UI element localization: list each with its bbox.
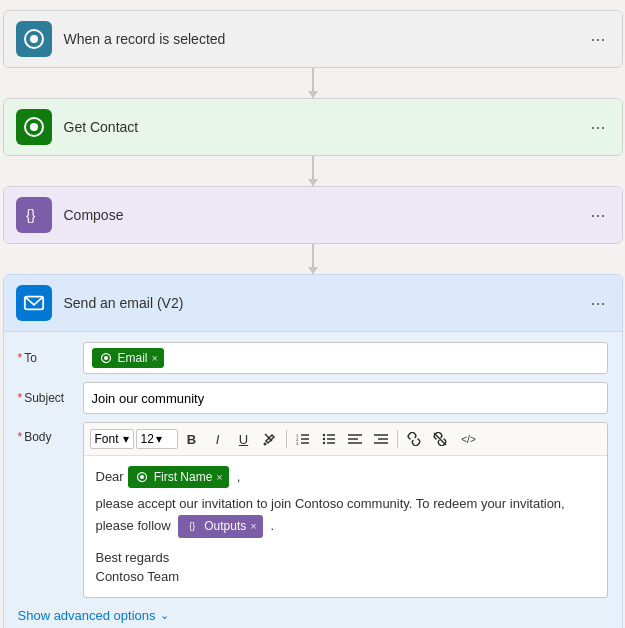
ordered-list-button[interactable]: 1.2.3. — [291, 427, 315, 451]
outputs-token-label: Outputs — [204, 517, 246, 536]
size-select[interactable]: 12 ▾ — [136, 429, 178, 449]
compose-icon: {} — [16, 197, 52, 233]
step-getcontact: Get Contact ··· — [3, 98, 623, 156]
show-advanced-label: Show advanced options — [18, 608, 156, 623]
svg-point-19 — [322, 438, 324, 440]
toolbar-divider-2 — [397, 430, 398, 448]
compose-more-button[interactable]: ··· — [586, 201, 609, 230]
html-button[interactable]: </> — [454, 427, 484, 451]
getcontact-more-button[interactable]: ··· — [586, 113, 609, 142]
align-right-button[interactable] — [369, 427, 393, 451]
italic-button[interactable]: I — [206, 427, 230, 451]
subject-value: Join our community — [92, 391, 205, 406]
svg-point-1 — [30, 35, 38, 43]
firstname-token: First Name × — [128, 466, 229, 488]
body-toolbar: Font ▾ 12 ▾ B I U — [84, 423, 607, 456]
step-sendemail: Send an email (V2) ··· *To Email × — [3, 274, 623, 628]
step-getcontact-header: Get Contact ··· — [4, 99, 622, 155]
firstname-token-icon — [134, 469, 150, 485]
font-label: Font — [95, 432, 119, 446]
svg-point-20 — [322, 442, 324, 444]
body-editor[interactable]: Font ▾ 12 ▾ B I U — [83, 422, 608, 598]
svg-point-3 — [30, 123, 38, 131]
toolbar-divider-1 — [286, 430, 287, 448]
outputs-token-remove[interactable]: × — [250, 518, 256, 536]
body-salutation-line: Dear First Name × , — [96, 466, 595, 488]
bold-button[interactable]: B — [180, 427, 204, 451]
step-compose-header: {} Compose ··· — [4, 187, 622, 243]
email-token-label: Email — [118, 351, 148, 365]
body-label: *Body — [18, 422, 83, 444]
body-field-row: *Body Font ▾ 12 ▾ B I — [18, 422, 608, 598]
svg-point-7 — [104, 356, 108, 360]
subject-required: * — [18, 391, 23, 405]
body-team: Contoso Team — [96, 567, 595, 587]
chevron-down-icon: ⌄ — [160, 609, 169, 622]
connector-2 — [312, 156, 314, 186]
svg-point-8 — [263, 443, 266, 446]
subject-input[interactable]: Join our community — [83, 382, 608, 414]
svg-point-29 — [140, 475, 144, 479]
body-comma: , — [237, 467, 241, 487]
trigger-title: When a record is selected — [64, 31, 587, 47]
flow-container: When a record is selected ··· Get Contac… — [3, 10, 623, 628]
unordered-list-button[interactable] — [317, 427, 341, 451]
sendemail-body: *To Email × *Subject — [4, 331, 622, 628]
outputs-token-icon: {} — [184, 518, 200, 534]
sendemail-more-button[interactable]: ··· — [586, 289, 609, 318]
body-required: * — [18, 430, 23, 444]
size-value: 12 — [141, 432, 154, 446]
subject-field-row: *Subject Join our community — [18, 382, 608, 414]
to-label: *To — [18, 351, 83, 365]
step-trigger-header: When a record is selected ··· — [4, 11, 622, 67]
body-text-line: please accept our invitation to join Con… — [96, 494, 595, 538]
subject-label: *Subject — [18, 391, 83, 405]
unlink-button[interactable] — [428, 427, 452, 451]
firstname-token-label: First Name — [154, 468, 213, 486]
trigger-more-button[interactable]: ··· — [586, 25, 609, 54]
svg-text:3.: 3. — [296, 441, 299, 445]
svg-text:{}: {} — [26, 207, 36, 223]
size-chevron-icon: ▾ — [156, 432, 162, 446]
svg-point-18 — [322, 434, 324, 436]
sendemail-title: Send an email (V2) — [64, 295, 587, 311]
firstname-token-remove[interactable]: × — [216, 469, 222, 486]
step-compose: {} Compose ··· — [3, 186, 623, 244]
salutation-text: Dear — [96, 467, 124, 487]
email-token: Email × — [92, 348, 164, 368]
step-trigger: When a record is selected ··· — [3, 10, 623, 68]
link-button[interactable] — [402, 427, 426, 451]
to-field-row: *To Email × — [18, 342, 608, 374]
to-required: * — [18, 351, 23, 365]
connector-1 — [312, 68, 314, 98]
sendemail-icon — [16, 285, 52, 321]
body-content: Dear First Name × , please acce — [84, 456, 607, 597]
email-token-icon — [98, 350, 114, 366]
compose-title: Compose — [64, 207, 587, 223]
body-closing: Best regards — [96, 548, 595, 568]
connector-3 — [312, 244, 314, 274]
getcontact-icon — [16, 109, 52, 145]
body-period: . — [270, 518, 274, 533]
trigger-icon — [16, 21, 52, 57]
body-text1: please accept our invitation to join Con… — [96, 496, 565, 533]
to-input[interactable]: Email × — [83, 342, 608, 374]
step-sendemail-header: Send an email (V2) ··· — [4, 275, 622, 331]
paint-button[interactable] — [258, 427, 282, 451]
getcontact-title: Get Contact — [64, 119, 587, 135]
font-select[interactable]: Font ▾ — [90, 429, 134, 449]
font-chevron-icon: ▾ — [123, 432, 129, 446]
underline-button[interactable]: U — [232, 427, 256, 451]
email-token-remove[interactable]: × — [152, 352, 158, 364]
show-advanced-options[interactable]: Show advanced options ⌄ — [18, 608, 608, 623]
align-left-button[interactable] — [343, 427, 367, 451]
outputs-token: {} Outputs × — [178, 515, 262, 538]
